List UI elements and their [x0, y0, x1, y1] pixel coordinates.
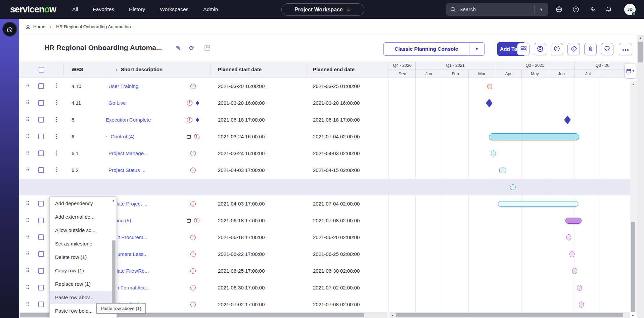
column-header-planned-end[interactable]: Planned end date — [313, 66, 355, 72]
drag-handle-icon[interactable]: ⠿ — [26, 268, 29, 274]
more-button[interactable] — [619, 43, 632, 55]
column-header-planned-start[interactable]: Planned start date — [218, 66, 262, 72]
chat-button[interactable] — [601, 43, 613, 55]
timeline-zoom-button[interactable]: ▼ — [625, 63, 636, 79]
gantt-task-bar[interactable] — [489, 133, 579, 140]
drag-handle-icon[interactable]: ⠿ — [26, 83, 29, 89]
task-link[interactable]: Execution Complete — [106, 117, 151, 123]
task-link[interactable]: Control (4) — [111, 134, 135, 139]
drag-handle-icon[interactable]: ⠿ — [26, 251, 29, 257]
row-checkbox[interactable] — [38, 201, 44, 207]
page-scrollbar-thumb[interactable] — [638, 42, 643, 62]
row-checkbox[interactable] — [38, 167, 44, 173]
gantt-task-bar[interactable] — [565, 218, 582, 224]
scroll-up-arrow[interactable]: ▲ — [638, 36, 643, 40]
help-icon[interactable]: ? — [571, 5, 581, 14]
table-gantt-divider[interactable] — [388, 61, 389, 312]
drag-handle-icon[interactable]: ⠿ — [26, 117, 29, 123]
search-input[interactable] — [459, 6, 534, 12]
alert-icon[interactable]: ! — [190, 84, 196, 89]
menu-item[interactable]: Add dependency — [50, 197, 117, 210]
row-menu-button[interactable]: ⋮ — [54, 116, 58, 123]
edit-title-icon[interactable]: ✎ — [176, 44, 181, 52]
nav-item-workspaces[interactable]: Workspaces — [160, 6, 188, 12]
user-avatar[interactable]: JD — [624, 4, 636, 15]
drag-handle-icon[interactable]: ⠿ — [26, 133, 29, 139]
menu-scroll-up-arrow[interactable]: ▲ — [112, 199, 115, 202]
alert-icon[interactable]: ! — [187, 117, 192, 123]
gantt-scrollbar-h-thumb[interactable] — [396, 313, 623, 317]
page-vertical-scrollbar[interactable] — [637, 35, 644, 318]
drag-handle-icon[interactable]: ⠿ — [26, 217, 29, 223]
gantt-scroll-up-arrow[interactable]: ▲ — [631, 83, 636, 86]
gantt-task-marker[interactable] — [487, 84, 492, 89]
sidebar-home-button[interactable] — [2, 22, 17, 37]
gantt-task-bar[interactable] — [498, 201, 578, 207]
row-checkbox[interactable] — [38, 234, 44, 240]
row-checkbox[interactable] — [38, 83, 44, 89]
gantt-task-marker[interactable] — [572, 268, 577, 274]
alert-icon[interactable]: ! — [194, 218, 199, 223]
nav-item-history[interactable]: History — [129, 6, 145, 12]
menu-item[interactable]: Add external de... — [50, 210, 117, 224]
row-checkbox[interactable] — [38, 285, 44, 290]
breadcrumb-home-link[interactable]: Home — [33, 24, 45, 29]
menu-item[interactable]: Replace row (1) — [50, 277, 117, 291]
save-icon[interactable] — [204, 45, 210, 51]
notifications-bell-icon[interactable] — [604, 5, 613, 14]
favorite-star-icon[interactable]: ☆ — [346, 6, 351, 13]
row-checkbox[interactable] — [38, 117, 44, 123]
row-checkbox[interactable] — [38, 134, 44, 139]
drag-handle-icon[interactable]: ⠿ — [26, 284, 29, 290]
nav-item-admin[interactable]: Admin — [203, 6, 218, 12]
nav-item-favorites[interactable]: Favorites — [93, 6, 114, 12]
menu-item[interactable]: Set as milestone — [50, 237, 117, 251]
row-checkbox[interactable] — [38, 302, 44, 307]
alert-icon[interactable]: ! — [190, 235, 196, 240]
alert-icon[interactable]: ! — [194, 134, 199, 139]
menu-item[interactable]: Delete row (1) — [50, 251, 117, 264]
gantt-scrollbar-thumb[interactable] — [631, 222, 635, 312]
alert-icon[interactable]: ! — [190, 252, 196, 257]
row-menu-button[interactable]: ⋮ — [54, 82, 58, 89]
gantt-task-marker[interactable] — [577, 285, 582, 291]
task-link[interactable]: Project Status ... — [108, 167, 145, 173]
classic-planning-console-button[interactable]: Classic Planning Console ▼ — [383, 42, 485, 56]
select-all-checkbox[interactable] — [39, 67, 44, 73]
alert-icon[interactable]: ! — [190, 268, 196, 274]
row-menu-button[interactable]: ⋮ — [54, 99, 58, 106]
row-menu-button[interactable]: ⋮ — [54, 166, 58, 173]
task-link[interactable]: Project Manage... — [108, 150, 148, 156]
gantt-scroll-right-arrow[interactable]: ▸ — [631, 314, 635, 317]
menu-item[interactable]: Allow outside sc... — [50, 224, 117, 237]
menu-item[interactable]: Paste row abov... — [50, 291, 117, 304]
gantt-task-marker[interactable] — [566, 234, 571, 240]
gear-button[interactable] — [534, 43, 546, 55]
alert-icon[interactable]: ! — [190, 302, 196, 307]
menu-item[interactable]: Copy row (1) — [50, 264, 117, 277]
nav-item-all[interactable]: All — [72, 6, 78, 12]
gantt-scroll-left-arrow[interactable]: ◂ — [390, 314, 395, 317]
risk-diamond-button[interactable] — [567, 43, 580, 55]
task-link[interactable]: User Training — [108, 83, 138, 89]
search-scope-dropdown[interactable]: ▼ — [535, 7, 548, 11]
row-checkbox[interactable] — [38, 268, 44, 274]
drag-handle-icon[interactable]: ⠿ — [26, 100, 29, 106]
row-menu-button[interactable]: ⋮ — [54, 133, 58, 140]
gantt-task-marker[interactable] — [579, 302, 584, 308]
attachment-button[interactable] — [584, 43, 597, 55]
info-button[interactable] — [551, 43, 563, 55]
layout-button[interactable] — [517, 43, 530, 55]
drag-handle-icon[interactable]: ⠿ — [26, 234, 29, 240]
drag-handle-icon[interactable]: ⠿ — [26, 167, 29, 173]
console-dropdown-arrow[interactable]: ▼ — [469, 47, 484, 51]
alert-icon[interactable]: ! — [190, 285, 196, 290]
row-checkbox[interactable] — [38, 150, 44, 156]
workspace-pill[interactable]: Project Workspace ☆ — [281, 3, 364, 16]
task-link[interactable]: Go Live — [108, 100, 126, 106]
drag-handle-icon[interactable]: ⠿ — [26, 200, 29, 207]
alert-icon[interactable]: ! — [190, 201, 196, 207]
servicenow-logo[interactable]: servicenow — [10, 4, 56, 15]
refresh-icon[interactable]: ⟳ — [189, 44, 194, 52]
menu-scrollbar-thumb[interactable] — [112, 240, 116, 304]
